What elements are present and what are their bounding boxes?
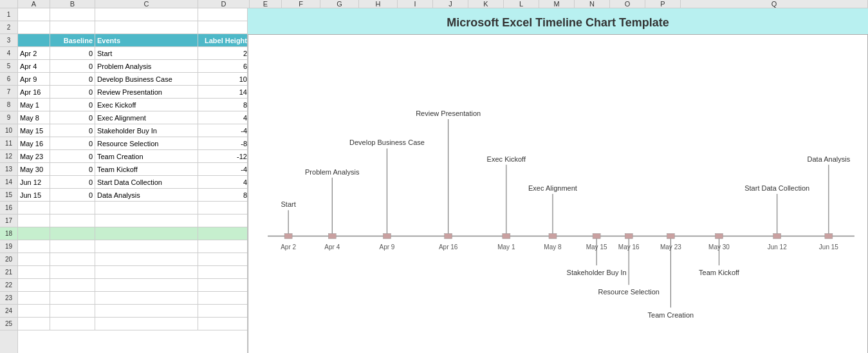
cell-8d[interactable]: 8 [198,99,250,111]
cell-15d[interactable]: 8 [198,189,250,201]
cell-22b[interactable] [50,279,95,291]
cell-19a[interactable] [18,240,50,253]
cell-5c[interactable]: Problem Analysis [95,60,198,72]
svg-text:Apr 2: Apr 2 [281,243,296,251]
cell-4c[interactable]: Start [95,47,198,59]
cell-7d[interactable]: 14 [198,86,250,98]
cell-14c[interactable]: Start Data Collection [95,176,198,188]
cell-10d[interactable]: -4 [198,124,250,137]
cell-14d[interactable]: 4 [198,176,250,188]
cell-9c[interactable]: Exec Alignment [95,111,198,124]
cell-17b[interactable] [50,215,95,227]
cell-5a[interactable]: Apr 4 [18,60,50,72]
row-num-2: 2 [0,21,17,34]
cell-1a[interactable] [18,8,50,21]
cell-23a[interactable] [18,292,50,304]
cell-18d[interactable] [198,227,250,240]
cell-21a[interactable] [18,266,50,278]
cell-18b[interactable] [50,227,95,240]
cell-19c[interactable] [95,240,198,253]
cell-13d[interactable]: -4 [198,163,250,175]
cell-7a[interactable]: Apr 16 [18,86,50,98]
cell-15a[interactable]: Jun 15 [18,189,50,201]
cell-12d[interactable]: -12 [198,150,250,162]
cell-19d[interactable] [198,240,250,253]
cell-6c[interactable]: Develop Business Case [95,73,198,85]
cell-16c[interactable] [95,202,198,214]
cell-2c[interactable] [95,21,198,33]
cell-11c[interactable]: Resource Selection [95,137,198,149]
cell-20b[interactable] [50,253,95,265]
cell-13b[interactable]: 0 [50,163,95,175]
cell-22d[interactable] [198,279,250,291]
cell-17a[interactable] [18,215,50,227]
cell-25a[interactable] [18,318,50,330]
cell-21b[interactable] [50,266,95,278]
cell-17c[interactable] [95,215,198,227]
cell-13c[interactable]: Team Kickoff [95,163,198,175]
cell-23c[interactable] [95,292,198,304]
cell-10c[interactable]: Stakeholder Buy In [95,124,198,137]
cell-12c[interactable]: Team Creation [95,150,198,162]
cell-6a[interactable]: Apr 9 [18,73,50,85]
cell-5b[interactable]: 0 [50,60,95,72]
cell-10b[interactable]: 0 [50,124,95,137]
cell-8b[interactable]: 0 [50,99,95,111]
cell-18c[interactable] [95,227,198,240]
cell-6d[interactable]: 10 [198,73,250,85]
cell-16b[interactable] [50,202,95,214]
cell-7b[interactable]: 0 [50,86,95,98]
cell-22c[interactable] [95,279,198,291]
cell-21d[interactable] [198,266,250,278]
cell-16d[interactable] [198,202,250,214]
cell-24c[interactable] [95,305,198,317]
cell-10a[interactable]: May 15 [18,124,50,137]
cell-9b[interactable]: 0 [50,111,95,124]
cell-23d[interactable] [198,292,250,304]
cell-2b[interactable] [50,21,95,33]
cell-17d[interactable] [198,215,250,227]
cell-8c[interactable]: Exec Kickoff [95,99,198,111]
cell-1c[interactable] [95,8,198,21]
cell-15c[interactable]: Data Analysis [95,189,198,201]
svg-rect-31 [625,234,633,239]
cell-11b[interactable]: 0 [50,137,95,149]
cell-24a[interactable] [18,305,50,317]
cell-5d[interactable]: 6 [198,60,250,72]
cell-25c[interactable] [95,318,198,330]
cell-2d[interactable] [198,21,250,33]
cell-1d[interactable] [198,8,250,21]
cell-12b[interactable]: 0 [50,150,95,162]
cell-14b[interactable]: 0 [50,176,95,188]
cell-8a[interactable]: May 1 [18,99,50,111]
cell-25b[interactable] [50,318,95,330]
cell-22a[interactable] [18,279,50,291]
cell-20a[interactable] [18,253,50,265]
cell-9d[interactable]: 4 [198,111,250,124]
cell-20d[interactable] [198,253,250,265]
cell-18a[interactable] [18,227,50,240]
cell-15b[interactable]: 0 [50,189,95,201]
cell-1b[interactable] [50,8,95,21]
table-row [18,253,247,266]
cell-13a[interactable]: May 30 [18,163,50,175]
cell-20c[interactable] [95,253,198,265]
cell-4d[interactable]: 2 [198,47,250,59]
cell-21c[interactable] [95,266,198,278]
cell-19b[interactable] [50,240,95,253]
cell-24d[interactable] [198,305,250,317]
cell-2a[interactable] [18,21,50,33]
cell-14a[interactable]: Jun 12 [18,176,50,188]
cell-9a[interactable]: May 8 [18,111,50,124]
cell-4b[interactable]: 0 [50,47,95,59]
cell-12a[interactable]: May 23 [18,150,50,162]
cell-16a[interactable] [18,202,50,214]
cell-24b[interactable] [50,305,95,317]
cell-4a[interactable]: Apr 2 [18,47,50,59]
cell-11a[interactable]: May 16 [18,137,50,149]
cell-6b[interactable]: 0 [50,73,95,85]
cell-7c[interactable]: Review Presentation [95,86,198,98]
cell-11d[interactable]: -8 [198,137,250,149]
cell-23b[interactable] [50,292,95,304]
cell-25d[interactable] [198,318,250,330]
